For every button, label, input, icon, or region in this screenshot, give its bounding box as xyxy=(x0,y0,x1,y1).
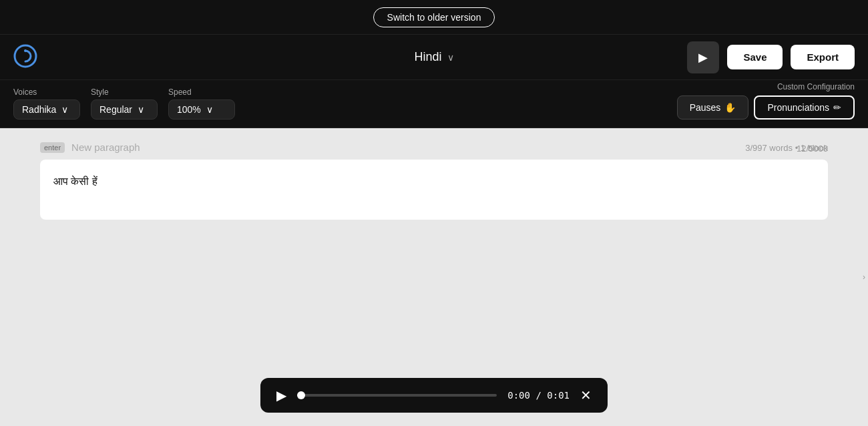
language-selector[interactable]: Hindi ∨ xyxy=(414,50,453,64)
text-block[interactable]: 12/5000 आप केसी हें xyxy=(40,160,828,220)
language-label: Hindi xyxy=(414,50,441,64)
voices-control: Voices Radhika ∨ xyxy=(13,87,80,120)
time-display: 0:00 / 0:01 xyxy=(507,390,570,401)
header-right: ▶ Save Export xyxy=(687,41,855,73)
main-area: enter New paragraph 3/997 words • 1 bloc… xyxy=(0,128,868,426)
enter-badge: enter xyxy=(40,142,65,153)
speed-control: Speed 100% ∨ xyxy=(168,87,235,120)
speed-value: 100% xyxy=(177,104,201,115)
controls-bar: Voices Radhika ∨ Style Regular ∨ Speed 1… xyxy=(0,80,868,128)
time-total: 0:01 xyxy=(547,390,570,401)
audio-play-icon: ▶ xyxy=(276,387,286,403)
play-triangle-icon: ▶ xyxy=(698,50,708,65)
progress-thumb xyxy=(297,391,305,399)
editor-area: enter New paragraph 3/997 words • 1 bloc… xyxy=(0,128,868,220)
text-block-content[interactable]: आप केसी हें xyxy=(53,173,815,190)
svg-point-1 xyxy=(24,49,27,52)
pronunciations-button[interactable]: Pronunciations ✏ xyxy=(754,95,855,120)
svg-point-0 xyxy=(15,45,36,67)
new-paragraph-row: enter New paragraph xyxy=(40,142,828,153)
pronunciations-label: Pronunciations xyxy=(767,102,829,113)
audio-play-button[interactable]: ▶ xyxy=(276,387,286,403)
voices-select[interactable]: Radhika ∨ xyxy=(13,99,80,120)
speed-label: Speed xyxy=(168,87,235,97)
audio-player: ▶ 0:00 / 0:01 ✕ xyxy=(260,378,608,413)
hand-icon: ✋ xyxy=(724,102,736,113)
audio-close-button[interactable]: ✕ xyxy=(580,389,592,402)
pauses-button[interactable]: Pauses ✋ xyxy=(677,95,749,120)
char-count: 12/5000 xyxy=(797,144,828,154)
voices-label: Voices xyxy=(13,87,80,97)
speed-chevron-icon: ∨ xyxy=(206,104,213,115)
new-paragraph-placeholder[interactable]: New paragraph xyxy=(71,142,140,153)
time-separator: / xyxy=(535,390,547,401)
close-icon: ✕ xyxy=(580,388,592,403)
logo xyxy=(13,44,37,71)
save-button[interactable]: Save xyxy=(727,45,783,69)
progress-bar[interactable] xyxy=(297,394,497,397)
style-label: Style xyxy=(91,87,158,97)
style-control: Style Regular ∨ xyxy=(91,87,158,120)
custom-config-label: Custom Configuration xyxy=(777,82,855,91)
config-buttons: Pauses ✋ Pronunciations ✏ xyxy=(677,95,855,120)
pauses-label: Pauses xyxy=(690,102,721,113)
time-current: 0:00 xyxy=(507,390,530,401)
custom-config-section: Custom Configuration Pauses ✋ Pronunciat… xyxy=(677,82,855,120)
voices-value: Radhika xyxy=(22,104,56,115)
switch-version-button[interactable]: Switch to older version xyxy=(373,7,495,27)
chevron-down-icon: ∨ xyxy=(447,52,454,63)
scroll-indicator: › xyxy=(860,270,868,284)
style-value: Regular xyxy=(99,104,132,115)
speed-select[interactable]: 100% ∨ xyxy=(168,99,235,120)
export-button[interactable]: Export xyxy=(791,45,855,69)
style-select[interactable]: Regular ∨ xyxy=(91,99,158,120)
top-banner: Switch to older version xyxy=(0,0,868,35)
play-button-header[interactable]: ▶ xyxy=(687,41,719,73)
header-bar: Hindi ∨ ▶ Save Export xyxy=(0,35,868,80)
style-chevron-icon: ∨ xyxy=(138,104,144,115)
pencil-icon: ✏ xyxy=(833,102,841,113)
voices-chevron-icon: ∨ xyxy=(61,104,68,115)
